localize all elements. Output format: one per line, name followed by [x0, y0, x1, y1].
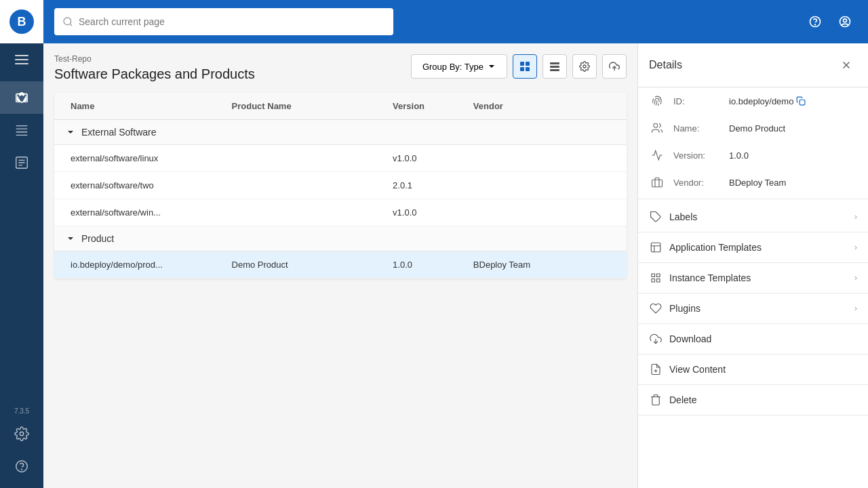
chevron-down-icon	[65, 233, 76, 244]
table-header: Name Product Name Version Vendor	[54, 93, 627, 120]
top-bar-actions	[803, 9, 857, 34]
sidebar-bottom: 7.3.5	[0, 407, 43, 488]
section-instance-templates-label: Instance Templates	[669, 272, 751, 283]
table-settings-button[interactable]	[572, 54, 597, 79]
cell-product	[226, 199, 388, 226]
svg-rect-28	[652, 180, 663, 187]
plugins-icon	[649, 302, 663, 315]
sidebar-item-settings[interactable]	[0, 418, 43, 450]
svg-point-27	[654, 123, 658, 127]
cell-vendor	[468, 199, 589, 226]
details-close-button[interactable]	[835, 54, 857, 76]
detail-prop-vendor: Vendor: BDeploy Team	[638, 169, 868, 196]
section-labels-header[interactable]: Labels ›	[638, 202, 868, 232]
col-vendor: Vendor	[468, 93, 589, 119]
page-title: Software Packages and Products	[54, 66, 255, 82]
prop-value-id: io.bdeploy/demo	[729, 96, 806, 106]
section-plugins-header[interactable]: Plugins ›	[638, 293, 868, 323]
section-instance-templates: Instance Templates ›	[638, 263, 868, 293]
page-wrapper: Test-Repo Software Packages and Products…	[43, 43, 868, 488]
chevron-app-templates-icon: ›	[854, 243, 857, 252]
table-row[interactable]: external/software/two 2.0.1	[54, 172, 627, 199]
page-actions: Group By: Type	[411, 54, 627, 79]
group-row-product[interactable]: Product	[54, 226, 627, 251]
chevron-down-icon	[488, 62, 496, 70]
sidebar-item-list[interactable]	[0, 114, 43, 146]
group-label-external: External Software	[81, 127, 157, 138]
section-instance-templates-header[interactable]: Instance Templates ›	[638, 263, 868, 293]
svg-point-9	[22, 469, 22, 470]
cell-product	[226, 172, 388, 199]
version-icon	[649, 147, 665, 163]
grid-icon	[519, 61, 530, 72]
section-plugins-label: Plugins	[669, 303, 701, 314]
prop-label-id: ID:	[673, 96, 721, 106]
instance-templates-icon	[649, 271, 663, 285]
menu-toggle[interactable]	[0, 43, 43, 76]
prop-label-vendor: Vendor:	[673, 178, 721, 188]
version-label: 7.3.5	[14, 407, 29, 415]
data-table: Name Product Name Version Vendor Externa…	[54, 93, 627, 279]
svg-point-7	[20, 432, 24, 436]
copy-id-button[interactable]	[796, 96, 806, 106]
detail-prop-version: Version: 1.0.0	[638, 142, 868, 169]
section-app-templates-header[interactable]: Application Templates ›	[638, 232, 868, 262]
section-plugins: Plugins ›	[638, 293, 868, 324]
svg-point-8	[16, 461, 28, 472]
main-content: Test-Repo Software Packages and Products…	[43, 0, 868, 488]
svg-text:B: B	[18, 15, 26, 28]
search-bar[interactable]	[54, 8, 393, 35]
svg-rect-15	[520, 62, 524, 66]
cell-version: v1.0.0	[387, 199, 468, 226]
delete-icon	[649, 393, 663, 407]
chevron-instance-templates-icon: ›	[854, 273, 857, 283]
cell-name: external/software/linux	[65, 145, 226, 171]
svg-rect-18	[526, 67, 530, 71]
search-icon	[62, 16, 73, 27]
page-header: Test-Repo Software Packages and Products…	[54, 54, 627, 82]
search-input[interactable]	[79, 16, 385, 27]
group-by-button[interactable]: Group By: Type	[411, 54, 507, 79]
page-main: Test-Repo Software Packages and Products…	[43, 43, 637, 488]
help-button[interactable]	[803, 9, 827, 34]
table-row[interactable]: external/software/win... v1.0.0	[54, 199, 627, 226]
cell-actions	[589, 251, 616, 278]
sidebar-item-tasks[interactable]	[0, 146, 43, 179]
cell-actions	[589, 145, 616, 171]
close-icon	[840, 59, 852, 71]
section-app-templates-title: Application Templates	[649, 241, 762, 254]
details-header: Details	[638, 43, 868, 87]
group-row-external-software[interactable]: External Software	[54, 120, 627, 145]
svg-rect-19	[550, 62, 559, 64]
app-logo: B	[0, 0, 43, 43]
action-download[interactable]: Download	[638, 324, 868, 354]
prop-value-name: Demo Product	[729, 123, 785, 134]
section-app-templates-label: Application Templates	[669, 242, 762, 253]
action-delete[interactable]: Delete	[638, 385, 868, 415]
col-name: Name	[65, 93, 226, 119]
account-circle-icon	[838, 15, 852, 28]
svg-rect-21	[550, 69, 559, 71]
table-row[interactable]: external/software/linux v1.0.0	[54, 145, 627, 172]
action-view-content[interactable]: View Content	[638, 354, 868, 385]
svg-rect-4	[15, 63, 28, 64]
sidebar-item-help[interactable]	[0, 450, 43, 483]
label-icon	[649, 210, 663, 224]
help-circle-icon	[808, 15, 822, 28]
table-row-selected[interactable]: io.bdeploy/demo/prod... Demo Product 1.0…	[54, 251, 627, 279]
name-icon	[649, 120, 665, 136]
group-label-product: Product	[81, 233, 114, 244]
prop-label-name: Name:	[673, 123, 721, 134]
vendor-icon	[649, 174, 665, 190]
sidebar-item-packages[interactable]	[0, 81, 43, 114]
section-labels-label: Labels	[669, 211, 697, 222]
settings-icon	[579, 61, 590, 72]
detail-prop-id: ID: io.bdeploy/demo	[638, 87, 868, 115]
section-instance-templates-title: Instance Templates	[649, 271, 751, 285]
svg-rect-17	[520, 67, 524, 71]
list-view-button[interactable]	[542, 54, 567, 79]
col-product-name: Product Name	[226, 93, 388, 119]
grid-view-button[interactable]	[513, 54, 537, 79]
upload-button[interactable]	[602, 54, 627, 79]
account-button[interactable]	[833, 9, 857, 34]
